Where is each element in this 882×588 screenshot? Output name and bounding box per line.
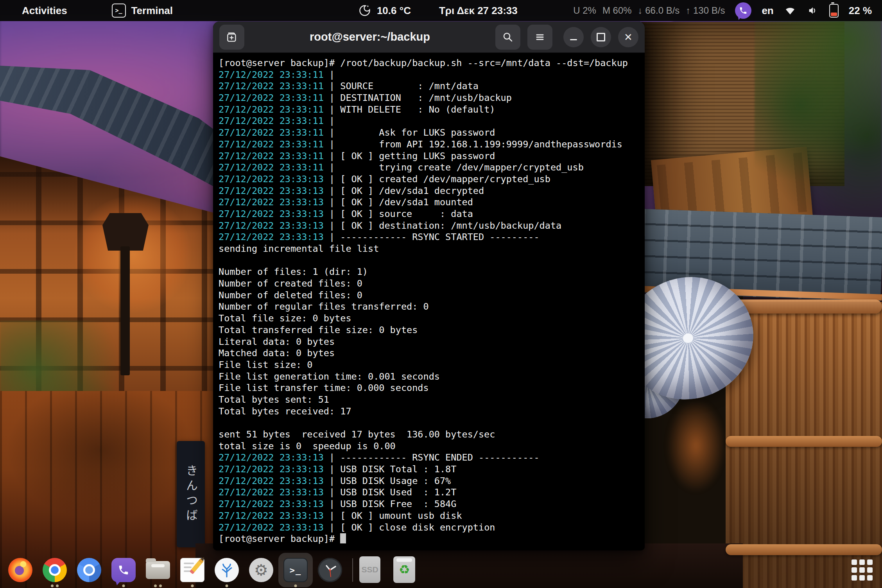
- gear-icon: ⚙: [249, 558, 273, 582]
- close-icon: ✕: [624, 32, 633, 42]
- viber-tray-icon[interactable]: [735, 2, 751, 19]
- focused-app-name: Terminal: [131, 5, 173, 17]
- maximize-icon: [597, 33, 605, 41]
- dock: ⚙ >_ SSD ♻: [0, 547, 882, 588]
- files-folder-icon: [146, 561, 170, 579]
- terminal-line: 27/12/2022 23:33:13 | ------------ RSYNC…: [219, 452, 645, 464]
- volume-icon: [807, 5, 819, 16]
- wallpaper-foliage-right: [755, 0, 882, 219]
- dock-item-trash[interactable]: ♻: [392, 558, 416, 582]
- battery-percent-label: 22 %: [849, 5, 872, 17]
- grid-dot: [852, 559, 857, 565]
- keyboard-layout-indicator[interactable]: en: [762, 5, 773, 17]
- minimize-button[interactable]: [563, 27, 584, 47]
- terminal-cursor: [340, 533, 346, 543]
- grid-dot: [852, 575, 857, 581]
- dock-item-coral-app[interactable]: [215, 558, 239, 582]
- system-monitor-indicator: U 2% M 60% ↓ 66.0 B/s ↑ 130 B/s: [573, 5, 725, 16]
- terminal-line: [219, 255, 645, 267]
- battery-icon: [829, 4, 839, 18]
- terminal-line: [root@server backup]# /root/backup/backu…: [219, 57, 645, 69]
- close-button[interactable]: ✕: [618, 27, 638, 47]
- net-up: ↑ 130 B/s: [686, 5, 725, 16]
- grid-dot: [852, 567, 857, 573]
- maximize-button[interactable]: [591, 27, 611, 47]
- terminal-line: Number of regular files transferred: 0: [219, 301, 645, 313]
- terminal-line: 27/12/2022 23:33:11 | WITH DELETE : No (…: [219, 104, 645, 116]
- terminal-line: Total bytes received: 17: [219, 406, 645, 418]
- dock-item-chromium[interactable]: [77, 558, 101, 582]
- terminal-line: 27/12/2022 23:33:13 | [ OK ] umount usb …: [219, 510, 645, 522]
- dock-item-chrome[interactable]: [43, 558, 67, 582]
- dock-item-ssd-drive[interactable]: SSD: [358, 558, 382, 582]
- terminal-line: 27/12/2022 23:33:13 | USB DISK Total : 1…: [219, 464, 645, 475]
- clock-icon: [318, 558, 342, 582]
- terminal-icon: >_: [283, 558, 308, 582]
- terminal-output[interactable]: [root@server backup]# /root/backup/backu…: [213, 53, 645, 550]
- dock-item-clocks[interactable]: [318, 558, 342, 582]
- terminal-line: 27/12/2022 23:33:11 |: [219, 115, 645, 127]
- desktop: きんつば Activities >_ Terminal 10.6 °: [0, 0, 882, 588]
- terminal-line: Matched data: 0 bytes: [219, 348, 645, 359]
- terminal-line: sending incremental file list: [219, 243, 645, 255]
- activities-button[interactable]: Activities: [18, 5, 71, 17]
- dock-item-settings[interactable]: ⚙: [249, 558, 273, 582]
- terminal-line: total size is 0 speedup is 0.00: [219, 441, 645, 452]
- show-applications-button[interactable]: [852, 559, 873, 581]
- weather-indicator: 10.6 °C: [358, 4, 411, 17]
- system-status-area[interactable]: U 2% M 60% ↓ 66.0 B/s ↑ 130 B/s en 22 %: [573, 2, 872, 19]
- terminal-line: 27/12/2022 23:33:11 |: [219, 69, 645, 81]
- menu-button[interactable]: [527, 25, 552, 50]
- temperature-label: 10.6 °C: [377, 5, 411, 17]
- terminal-line: 27/12/2022 23:33:13 | USB DISK Free : 58…: [219, 498, 645, 510]
- chromium-icon: [77, 558, 101, 582]
- terminal-titlebar[interactable]: root@server:~/backup ✕: [213, 22, 645, 53]
- terminal-line: Total file size: 0 bytes: [219, 313, 645, 324]
- clock-hands-icon: [318, 558, 342, 582]
- ssd-drive-icon: SSD: [359, 556, 380, 583]
- battery-level-fill: [831, 13, 837, 16]
- dock-item-files[interactable]: [146, 558, 170, 582]
- running-dots: [122, 584, 125, 587]
- clock-weather-area[interactable]: 10.6 °C Τρι Δεκ 27 23:33: [358, 4, 518, 17]
- running-dots: [191, 584, 194, 587]
- running-dots: [154, 584, 162, 587]
- grid-dot: [859, 575, 865, 581]
- terminal-window: root@server:~/backup ✕ [root@ser: [213, 22, 645, 550]
- terminal-line: 27/12/2022 23:33:13 | [ OK ] /dev/sda1 m…: [219, 197, 645, 208]
- cpu-usage: U 2%: [573, 5, 596, 16]
- terminal-line: Literal data: 0 bytes: [219, 336, 645, 348]
- focused-app-menu[interactable]: >_ Terminal: [112, 4, 173, 18]
- memory-usage: M 60%: [602, 5, 632, 16]
- terminal-line: 27/12/2022 23:33:11 | from API 192.168.1…: [219, 139, 645, 151]
- new-tab-button[interactable]: [219, 25, 244, 50]
- firefox-icon: [8, 558, 32, 582]
- trash-recycle-icon: ♻: [393, 556, 415, 583]
- terminal-line: 27/12/2022 23:33:11 | SOURCE : /mnt/data: [219, 81, 645, 92]
- wallpaper-lantern: [102, 213, 149, 251]
- dock-item-firefox[interactable]: [8, 558, 32, 582]
- terminal-line: Number of deleted files: 0: [219, 290, 645, 301]
- terminal-line: 27/12/2022 23:33:13 | [ OK ] source : da…: [219, 208, 645, 220]
- terminal-line: Total transferred file size: 0 bytes: [219, 324, 645, 336]
- dock-item-text-editor[interactable]: [180, 558, 204, 582]
- wallpaper-banner-text: きんつば: [182, 464, 199, 524]
- terminal-line: 27/12/2022 23:33:11 | trying create /dev…: [219, 162, 645, 174]
- running-dots: [294, 584, 297, 587]
- terminal-line: Number of files: 1 (dir: 1): [219, 266, 645, 278]
- coral-icon: [220, 562, 234, 578]
- wallpaper-banner: きんつば: [177, 441, 205, 547]
- viber-icon: [111, 558, 136, 582]
- hamburger-icon: [534, 32, 545, 43]
- ssd-label: SSD: [361, 565, 378, 574]
- search-button[interactable]: [495, 25, 520, 50]
- wifi-icon: [784, 5, 796, 16]
- dock-item-viber[interactable]: [111, 558, 136, 582]
- top-bar: Activities >_ Terminal 10.6 °C Τρι Δεκ 2…: [0, 0, 882, 21]
- dock-item-terminal[interactable]: >_: [283, 558, 308, 582]
- terminal-line: sent 51 bytes received 17 bytes 136.00 b…: [219, 429, 645, 441]
- terminal-line: File list size: 0: [219, 359, 645, 371]
- running-dots: [51, 584, 59, 587]
- terminal-line: File list transfer time: 0.000 seconds: [219, 382, 645, 394]
- running-dots: [226, 584, 228, 587]
